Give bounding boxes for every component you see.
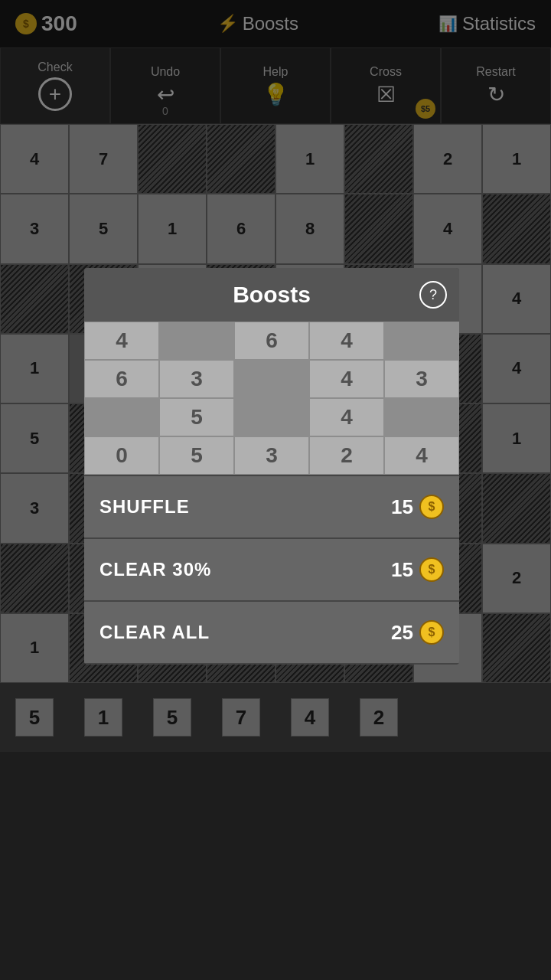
shuffle-cost: 15 $ bbox=[391, 495, 444, 519]
clear30-cost-number: 15 bbox=[391, 558, 413, 582]
bg-cell bbox=[84, 398, 159, 436]
bg-cell: 3 bbox=[384, 360, 459, 398]
shuffle-coin-icon: $ bbox=[419, 495, 444, 519]
bg-cell bbox=[384, 322, 459, 360]
bg-cell bbox=[234, 360, 309, 398]
clear30-action-row[interactable]: CLEAR 30% 15 $ bbox=[84, 539, 459, 600]
background-grid: 4 6 4 6 3 4 3 5 4 0 5 3 2 4 bbox=[84, 322, 459, 475]
shuffle-label: SHUFFLE bbox=[99, 496, 391, 518]
modal-help-button[interactable]: ? bbox=[419, 281, 447, 309]
bg-cell bbox=[384, 398, 459, 436]
clearall-label: CLEAR ALL bbox=[99, 622, 391, 643]
bg-cell: 4 bbox=[309, 322, 384, 360]
bg-cell bbox=[234, 398, 309, 436]
bg-cell: 4 bbox=[309, 398, 384, 436]
clear30-cost: 15 $ bbox=[391, 557, 444, 582]
shuffle-cost-number: 15 bbox=[391, 495, 413, 519]
bg-cell: 4 bbox=[309, 360, 384, 398]
clear30-coin-icon: $ bbox=[419, 557, 444, 582]
modal-actions: SHUFFLE 15 $ CLEAR 30% 15 $ CLEAR ALL 25… bbox=[84, 476, 459, 663]
modal-background-image: 4 6 4 6 3 4 3 5 4 0 5 3 2 4 bbox=[84, 322, 459, 475]
modal-header: Boosts ? bbox=[84, 268, 459, 322]
clearall-cost-number: 25 bbox=[391, 621, 413, 645]
shuffle-action-row[interactable]: SHUFFLE 15 $ bbox=[84, 476, 459, 537]
bg-cell: 6 bbox=[84, 360, 159, 398]
clearall-coin-icon: $ bbox=[419, 620, 444, 645]
clear30-label: CLEAR 30% bbox=[99, 559, 391, 580]
bg-cell: 2 bbox=[309, 436, 384, 475]
bg-cell: 3 bbox=[159, 360, 234, 398]
help-question-mark: ? bbox=[429, 287, 437, 303]
clearall-action-row[interactable]: CLEAR ALL 25 $ bbox=[84, 602, 459, 663]
bg-cell: 6 bbox=[234, 322, 309, 360]
bg-cell: 4 bbox=[84, 322, 159, 360]
clearall-cost: 25 $ bbox=[391, 620, 444, 645]
bg-cell: 0 bbox=[84, 436, 159, 475]
bg-cell: 4 bbox=[384, 436, 459, 475]
modal-title: Boosts bbox=[233, 282, 311, 308]
bg-cell: 5 bbox=[159, 436, 234, 475]
bg-cell bbox=[159, 322, 234, 360]
boosts-modal: Boosts ? 4 6 4 6 3 4 3 5 4 bbox=[84, 268, 459, 665]
bg-cell: 3 bbox=[234, 436, 309, 475]
modal-overlay[interactable]: Boosts ? 4 6 4 6 3 4 3 5 4 bbox=[0, 0, 551, 980]
bg-cell: 5 bbox=[159, 398, 234, 436]
